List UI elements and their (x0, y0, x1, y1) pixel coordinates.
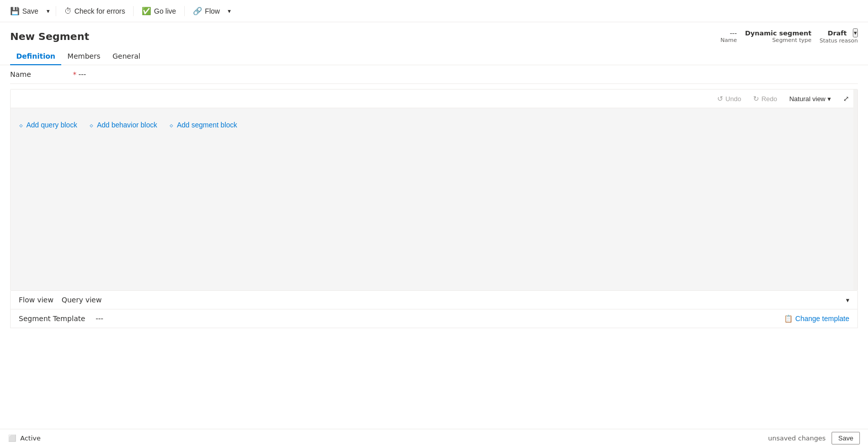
name-required-marker: * (73, 70, 76, 78)
flow-label: Flow (205, 7, 220, 15)
template-row: Segment Template --- 📋 Change template (11, 309, 857, 328)
add-behavior-block-label: Add behavior block (97, 121, 157, 129)
go-live-button[interactable]: ✅ Go live (138, 4, 180, 18)
name-field-label: Name (10, 70, 71, 78)
tab-members[interactable]: Members (61, 48, 106, 65)
add-query-block-button[interactable]: ⬦ Add query block (19, 118, 77, 131)
page-title: New Segment (10, 30, 89, 42)
add-query-block-icon: ⬦ (19, 120, 23, 129)
check-errors-label: Check for errors (74, 7, 125, 15)
block-buttons: ⬦ Add query block ⬦ Add behavior block ⬦… (11, 108, 857, 141)
flow-icon: 🔗 (193, 7, 202, 16)
add-segment-block-button[interactable]: ⬦ Add segment block (169, 118, 237, 131)
name-meta: --- Name (721, 29, 737, 43)
template-left: Segment Template --- (19, 315, 103, 323)
name-field-value: --- (78, 70, 86, 78)
name-meta-label: Name (721, 37, 737, 43)
scrollbar[interactable] (853, 90, 857, 290)
tab-definition-label: Definition (16, 52, 55, 60)
save-label: Save (22, 7, 38, 15)
save-button[interactable]: 💾 Save (6, 4, 43, 18)
flow-view-link[interactable]: Flow view (19, 296, 54, 304)
flow-button[interactable]: 🔗 Flow (189, 4, 224, 18)
tab-general[interactable]: General (106, 48, 146, 65)
name-row: Name * --- (10, 65, 858, 84)
bottom-section: Flow view Query view ▾ Segment Template … (10, 291, 858, 328)
view-row[interactable]: Flow view Query view ▾ (11, 291, 857, 309)
definition-toolbar: ↺ Undo ↻ Redo Natural view ▾ ⤢ (11, 90, 857, 108)
natural-view-label: Natural view (789, 95, 825, 103)
undo-icon: ↺ (717, 95, 723, 103)
definition-panel: ↺ Undo ↻ Redo Natural view ▾ ⤢ ⬦ Add que… (10, 89, 858, 291)
expand-button[interactable]: ⤢ (841, 94, 851, 104)
save-chevron[interactable]: ▾ (45, 5, 52, 17)
save-icon: 💾 (10, 7, 20, 16)
toolbar: 💾 Save ▾ ⏱ Check for errors ✅ Go live 🔗 … (0, 0, 868, 22)
divider-3 (184, 6, 185, 16)
status-reason-value: Draft (828, 29, 847, 37)
view-row-left: Flow view Query view (19, 296, 102, 304)
redo-icon: ↻ (753, 95, 759, 103)
add-query-block-label: Add query block (26, 121, 77, 129)
go-live-icon: ✅ (142, 7, 151, 16)
expand-icon: ⤢ (843, 95, 849, 103)
page-header: New Segment --- Name Dynamic segment Seg… (0, 22, 868, 48)
check-errors-button[interactable]: ⏱ Check for errors (60, 4, 129, 18)
status-meta: Draft ▾ Status reason (819, 28, 858, 44)
change-template-button[interactable]: 📋 Change template (784, 315, 849, 323)
add-segment-block-label: Add segment block (177, 121, 237, 129)
divider-2 (133, 6, 134, 16)
tabs: Definition Members General (0, 48, 868, 65)
name-meta-value: --- (730, 29, 737, 37)
segment-template-value: --- (96, 315, 103, 323)
divider-1 (56, 6, 56, 16)
tab-members-label: Members (67, 52, 100, 60)
natural-view-button[interactable]: Natural view ▾ (787, 94, 833, 104)
add-behavior-block-icon: ⬦ (89, 120, 94, 129)
content-area: Name * --- ↺ Undo ↻ Redo Natural view ▾ … (0, 65, 868, 338)
view-row-chevron[interactable]: ▾ (846, 296, 849, 304)
query-view-link[interactable]: Query view (62, 296, 102, 304)
flow-chevron[interactable]: ▾ (226, 5, 233, 17)
header-meta: --- Name Dynamic segment Segment type Dr… (721, 28, 858, 44)
check-errors-icon: ⏱ (64, 7, 72, 15)
change-template-icon: 📋 (784, 315, 793, 323)
segment-type-meta: Dynamic segment Segment type (745, 29, 811, 43)
go-live-label: Go live (154, 7, 176, 15)
status-chevron[interactable]: ▾ (853, 28, 858, 37)
redo-button[interactable]: ↻ Redo (751, 94, 779, 104)
change-template-label: Change template (795, 315, 849, 323)
natural-view-chevron: ▾ (828, 95, 831, 103)
segment-type-value: Dynamic segment (745, 29, 811, 37)
redo-label: Redo (761, 95, 777, 103)
tab-definition[interactable]: Definition (10, 48, 61, 65)
add-segment-block-icon: ⬦ (169, 120, 174, 129)
undo-label: Undo (725, 95, 741, 103)
segment-type-label: Segment type (772, 37, 812, 43)
segment-template-label: Segment Template (19, 315, 90, 323)
tab-general-label: General (112, 52, 140, 60)
definition-body: ⬦ Add query block ⬦ Add behavior block ⬦… (11, 108, 857, 290)
status-reason-label: Status reason (819, 37, 858, 44)
undo-button[interactable]: ↺ Undo (715, 94, 743, 104)
add-behavior-block-button[interactable]: ⬦ Add behavior block (89, 118, 157, 131)
